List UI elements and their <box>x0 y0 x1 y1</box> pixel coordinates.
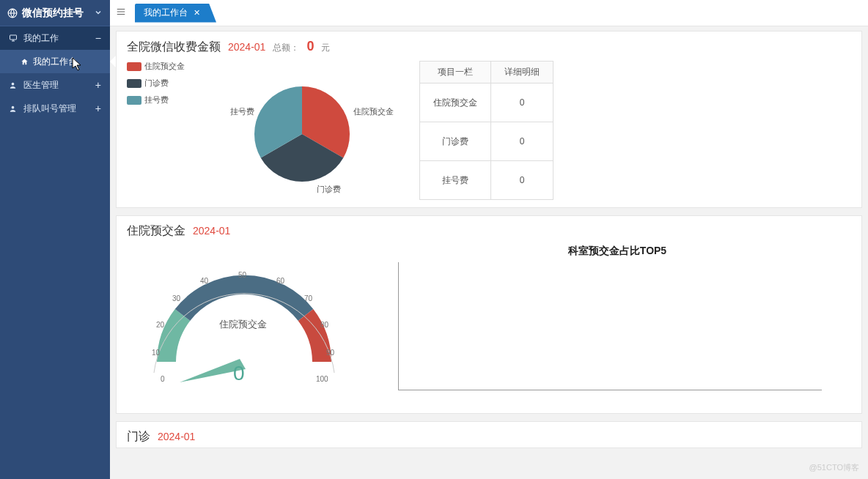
gauge-value: 0 <box>233 362 245 385</box>
globe-icon <box>7 8 18 18</box>
gauge-chart: 住院预交金 0 0 10 20 30 40 50 60 70 80 90 100 <box>127 245 361 406</box>
top5-chart: 科室预交金占比TOP5 <box>383 245 851 406</box>
chevron-down-icon[interactable] <box>94 7 103 19</box>
empty-chart-axes <box>398 262 822 390</box>
total-unit: 元 <box>321 42 330 54</box>
table-header: 详细明细 <box>491 62 553 83</box>
svg-point-2 <box>12 82 15 85</box>
legend-item: 住院预交金 <box>127 61 185 72</box>
panel-month: 2024-01 <box>158 431 195 442</box>
main: 我的工作台 ✕ 全院微信收费金额 2024-01 总额： 0 元 住院预交金 门… <box>110 0 868 479</box>
monitor-icon <box>9 34 18 42</box>
sidebar: 微信预约挂号 我的工作 − 我的工作台 医生管理 + <box>0 0 110 479</box>
legend-item: 挂号费 <box>127 94 185 105</box>
sidebar-item-label: 我的工作台 <box>33 56 77 68</box>
svg-rect-1 <box>10 35 17 40</box>
panel-outpatient: 门诊 2024-01 <box>116 421 862 448</box>
pie-chart: 住院预交金 门诊费 挂号费 <box>207 61 397 200</box>
panel-title: 全院微信收费金额 <box>127 40 221 55</box>
svg-point-3 <box>12 105 15 108</box>
table-row: 门诊费0 <box>420 122 553 161</box>
pie-label: 挂号费 <box>230 106 254 117</box>
sidebar-item-queue-mgmt[interactable]: 排队叫号管理 + <box>0 97 110 120</box>
sidebar-item-doctor-mgmt[interactable]: 医生管理 + <box>0 73 110 97</box>
sidebar-item-my-work[interactable]: 我的工作 − <box>0 26 110 50</box>
top5-title: 科室预交金占比TOP5 <box>383 245 851 258</box>
brand-title: 微信预约挂号 <box>22 7 84 20</box>
panel-title: 住院预交金 <box>127 223 185 239</box>
watermark: @51CTO博客 <box>809 462 859 473</box>
close-icon[interactable]: ✕ <box>194 8 200 18</box>
tab-workbench[interactable]: 我的工作台 ✕ <box>135 4 216 23</box>
pie-label: 住院预交金 <box>353 106 394 117</box>
panel-month: 2024-01 <box>228 41 265 53</box>
fees-table: 项目一栏 详细明细 住院预交金0 门诊费0 挂号费0 <box>419 61 553 200</box>
sidebar-item-label: 医生管理 <box>23 79 59 92</box>
legend: 住院预交金 门诊费 挂号费 <box>127 61 185 200</box>
total-label: 总额： <box>273 42 299 54</box>
user-icon <box>9 81 18 89</box>
topbar: 我的工作台 ✕ <box>110 0 868 26</box>
expand-icon: + <box>95 103 101 114</box>
table-row: 挂号费0 <box>420 161 553 200</box>
sidebar-item-label: 我的工作 <box>23 32 59 45</box>
total-value: 0 <box>306 39 314 54</box>
table-header: 项目一栏 <box>420 62 491 83</box>
panel-deposit: 住院预交金 2024-01 <box>116 215 862 414</box>
sidebar-item-workbench[interactable]: 我的工作台 <box>0 50 110 73</box>
expand-icon: + <box>95 79 101 91</box>
user-icon <box>9 105 18 113</box>
sidebar-item-label: 排队叫号管理 <box>23 103 76 115</box>
panel-wechat-fees: 全院微信收费金额 2024-01 总额： 0 元 住院预交金 门诊费 挂号费 <box>116 31 862 208</box>
pie-label: 门诊费 <box>317 184 341 195</box>
home-icon <box>21 58 29 66</box>
legend-item: 门诊费 <box>127 78 185 89</box>
brand: 微信预约挂号 <box>0 0 110 26</box>
tab-label: 我的工作台 <box>144 7 188 19</box>
gauge-label: 住院预交金 <box>219 318 267 331</box>
panel-title: 门诊 <box>127 429 150 445</box>
content: 全院微信收费金额 2024-01 总额： 0 元 住院预交金 门诊费 挂号费 <box>110 26 868 479</box>
menu-toggle[interactable] <box>110 7 132 19</box>
panel-month: 2024-01 <box>193 225 230 237</box>
table-row: 住院预交金0 <box>420 83 553 122</box>
collapse-icon: − <box>95 32 101 44</box>
